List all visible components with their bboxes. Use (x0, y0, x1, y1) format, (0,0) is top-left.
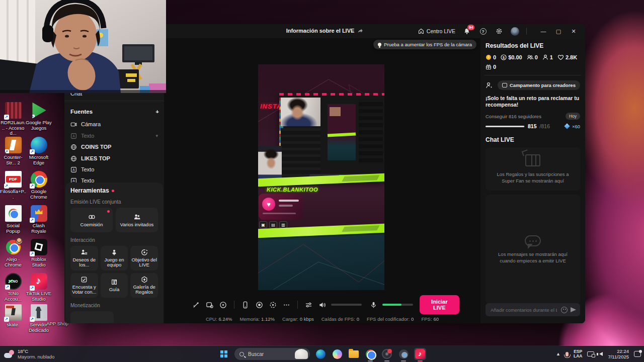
ai-button[interactable] (217, 299, 229, 311)
desktop-icon-social-popup[interactable]: Social Popup (0, 205, 26, 234)
messages-empty-state: Los mensajes se mostrarán aquí cuando em… (486, 195, 580, 304)
desktop-icon-tiktok-live-studio[interactable]: ♪ TikTok LIVE Studio (26, 273, 52, 302)
challenge-text: ¡Solo te falta un reto para reclamar tu … (486, 95, 580, 108)
source-camara[interactable]: Cámara (67, 119, 161, 130)
desktop-icon-edge[interactable]: Microsoft Edge (26, 137, 52, 165)
taskbar-edge[interactable] (314, 348, 327, 360)
chat-input[interactable] (490, 307, 558, 313)
heart-icon (557, 54, 564, 60)
desktop-icon-chrome[interactable]: Google Chrome (26, 171, 52, 200)
source-coins-top[interactable]: COINS TOP (67, 141, 161, 152)
tool-encuesta[interactable]: Encuesta y Votar con... (70, 273, 98, 298)
poll-icon (80, 276, 88, 283)
mic-icon[interactable] (368, 299, 379, 311)
tool-galeria-regalos[interactable]: Galería de Regalos (130, 273, 158, 298)
desktop-icon-cs2[interactable]: Counter-Str... 2 (0, 137, 26, 165)
selection-border (279, 93, 384, 96)
chat-input-container (486, 303, 580, 316)
running-indicator (401, 360, 406, 362)
tray-expand-chevron[interactable]: ▲ (556, 351, 560, 356)
desktop-icon-google-play-juegos[interactable]: Google Play Juegos (26, 102, 52, 131)
desktop-icon-rdr2[interactable]: RDR2Laun... - Acceso d... (0, 102, 26, 136)
campamento-button[interactable]: Campamento para creadores (498, 80, 580, 90)
source-texto[interactable]: A Texto (67, 164, 161, 175)
taskbar-chrome[interactable] (364, 348, 376, 360)
share-icon[interactable] (357, 28, 363, 34)
more-button[interactable] (281, 299, 292, 311)
tool-objetivo[interactable]: Objetivo del LIVE (130, 246, 158, 270)
desktop-icon-tcno[interactable]: TCNO TcNo Accou... (0, 273, 26, 302)
speaker-volume-bar[interactable] (331, 304, 362, 306)
money-icon: $ (501, 54, 507, 60)
live-preview-canvas[interactable]: INSTAGR KICK.BLANKITOO ♥ ▣▤▥ (258, 64, 384, 290)
add-source-button[interactable]: + (155, 109, 159, 115)
audio-settings-button[interactable] (303, 299, 314, 311)
active-indicator (418, 360, 423, 362)
counter-strike-icon (5, 137, 22, 153)
taskbar-search[interactable] (234, 348, 310, 360)
weather-widget[interactable]: 18°C Mayorm. nublado (0, 348, 91, 359)
settings-gear-icon (399, 349, 409, 359)
clock[interactable]: 22:24 7/11/2025 (608, 348, 629, 359)
question-icon: ? (480, 28, 487, 35)
taskbar-copilot[interactable] (331, 348, 343, 360)
desktop-icon-alejo-chrome[interactable]: Alejo · Chrome (0, 239, 26, 267)
effects-button[interactable] (204, 299, 215, 311)
cast-icon[interactable] (587, 351, 594, 356)
tool-partial-card[interactable] (70, 311, 114, 323)
tray-mic-icon[interactable] (566, 352, 569, 356)
taskbar-settings[interactable] (397, 348, 410, 360)
tool-juego-en-equipo[interactable]: Juego en equipo (101, 246, 128, 270)
globe-icon (70, 155, 77, 162)
help-button[interactable]: ? (478, 27, 488, 36)
desktop-icon-roblox-studio[interactable]: Roblox Studio (26, 239, 52, 267)
emoji-icon[interactable] (561, 307, 568, 313)
taskbar-utility[interactable] (381, 348, 393, 360)
desktop-icon-clash-royale[interactable]: Clash Royale (26, 205, 52, 234)
desktop-icon-servidor-dedicado[interactable]: Servidor Dedicado (26, 304, 52, 333)
tool-deseos[interactable]: Deseos de los... (70, 246, 98, 270)
coin-icon (486, 54, 492, 60)
windows-logo-icon (220, 350, 227, 357)
speaker-icon[interactable] (316, 299, 328, 311)
taskbar-tiktok-studio[interactable]: ♪ (414, 348, 426, 360)
virtual-camera-button[interactable] (267, 299, 279, 311)
taskbar-explorer[interactable] (348, 348, 360, 360)
svg-text:$: $ (503, 56, 505, 60)
source-likes-top[interactable]: LIKES TOP (67, 153, 161, 164)
source-texto-disabled[interactable]: A Texto ▾ (67, 130, 161, 141)
centro-live-button[interactable]: Centro LIVE (418, 28, 455, 34)
notifications-button[interactable]: 94 (462, 27, 471, 36)
notification-badge: 94 (467, 24, 475, 31)
notification-center-icon[interactable] (634, 351, 641, 357)
record-button[interactable] (253, 299, 265, 311)
search-icon (239, 352, 244, 356)
close-button[interactable]: ✕ (566, 24, 581, 38)
enhance-button[interactable] (190, 299, 202, 311)
maximize-button[interactable]: ▢ (551, 24, 566, 38)
tray-speaker-icon[interactable] (599, 352, 603, 356)
mobile-button[interactable] (239, 299, 251, 311)
search-input[interactable] (247, 351, 292, 357)
tool-coemision[interactable]: Coemisión (70, 208, 113, 232)
tool-varios-invitados[interactable]: Varios invitados (116, 208, 158, 232)
nested-preview (328, 104, 356, 160)
desktop-icon-pdf[interactable]: PDF Filosofía+P... (0, 171, 26, 200)
tool-guia[interactable]: Guía (101, 273, 128, 298)
chevron-down-icon: ▾ (155, 133, 158, 138)
start-button[interactable] (218, 348, 230, 360)
fan-icon (382, 349, 392, 359)
desktop-icon-skate[interactable]: skate. (0, 304, 26, 328)
team-icon (527, 54, 533, 60)
minimize-button[interactable]: — (536, 24, 551, 38)
settings-button[interactable] (495, 27, 504, 36)
herramientas-header: Herramientas (70, 187, 109, 194)
start-live-button[interactable]: Iniciar LIVE (420, 295, 459, 314)
stat-gifts: 0 (486, 64, 496, 70)
running-indicator (368, 360, 373, 362)
send-icon[interactable] (571, 307, 576, 312)
mic-volume-bar[interactable] (382, 304, 413, 306)
user-avatar[interactable] (511, 27, 519, 36)
language-switcher[interactable]: ESP LAA (574, 349, 582, 359)
teal-lines (258, 234, 384, 290)
